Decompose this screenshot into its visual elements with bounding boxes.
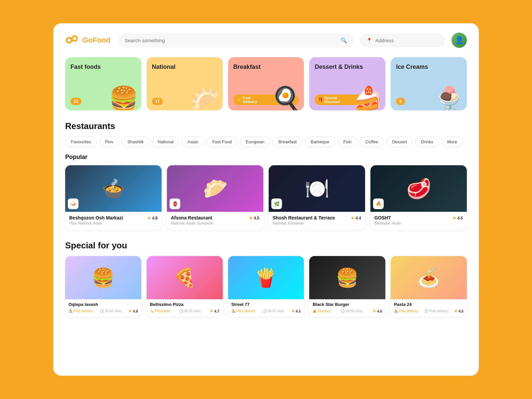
logo-icon	[65, 35, 79, 46]
special-rating: ★ 4.6	[373, 309, 382, 313]
restaurant-image: 🍲 🍛	[65, 165, 162, 212]
logo: GoFood	[65, 35, 112, 46]
special-card[interactable]: 🍕 Bellissimo Pizza 🏷️ Promotion 🕐 45-55 …	[147, 256, 223, 317]
svg-point-2	[67, 39, 71, 42]
special-card-image: 🍕	[147, 256, 223, 299]
special-card-meta: 💰 Discount 🕐 40-50 mins ★ 4.6	[313, 309, 382, 313]
category-title: National	[152, 63, 217, 71]
special-grid: 🍔 Oqtepa lavash 🚴 Free delivery 🕐 35-45 …	[65, 256, 467, 317]
category-card-icecreams[interactable]: Ice Creams 6 🍨	[391, 57, 467, 110]
delivery-tag: 🚴 Free delivery	[68, 309, 93, 313]
chip-national[interactable]: National	[152, 137, 179, 147]
chip-asian[interactable]: Asian	[182, 137, 204, 147]
special-card-meta: 🚴 Free delivery 🕐 Free delivery ★ 4.5	[394, 309, 464, 313]
time-info: 🕐 40-45 mins	[263, 309, 284, 313]
time-info: 🕐 40-50 mins	[341, 309, 362, 313]
restaurant-name: Afsona Restaurant	[171, 215, 212, 220]
chip-more[interactable]: More	[442, 137, 463, 147]
special-rating: ★ 4.8	[128, 309, 138, 313]
special-card-info: Street 77 🚴 Free delivery 🕐 40-45 mins ★…	[228, 299, 304, 317]
filter-chips: FavouritesPlovShashlikNationalAsianFast …	[65, 137, 467, 147]
special-card-info: Pasta 24 🚴 Free delivery 🕐 Free delivery…	[391, 299, 467, 317]
special-card-meta: 🏷️ Promotion 🕐 45-55 mins ★ 4.7	[150, 309, 219, 313]
special-card-info: Oqtepa lavash 🚴 Free delivery 🕐 35-45 mi…	[65, 299, 141, 317]
special-card-meta: 🚴 Free delivery 🕐 35-45 mins ★ 4.8	[68, 309, 138, 313]
restaurant-image: 🥩 🔥	[370, 165, 467, 212]
chip-plov[interactable]: Plov	[99, 137, 119, 147]
chip-shashlik[interactable]: Shashlik	[122, 137, 149, 147]
restaurants-section: Restaurants FavouritesPlovShashlikNation…	[65, 121, 467, 317]
special-card-image: 🍝	[391, 256, 467, 299]
restaurant-tags: Barbeque, Asian	[374, 221, 463, 225]
category-title: Breakfast	[233, 63, 299, 71]
category-card-breakfast[interactable]: Breakfast ⚡ FastDelivery 🍳	[228, 57, 304, 110]
category-badge: 12	[70, 98, 81, 105]
chip-european[interactable]: European	[240, 137, 270, 147]
restaurant-name: GOSHT	[374, 215, 391, 220]
special-card[interactable]: 🍔 Oqtepa lavash 🚴 Free delivery 🕐 35-45 …	[65, 256, 141, 317]
chip-fish[interactable]: Fish	[338, 137, 357, 147]
delivery-tag: 🚴 Free delivery	[231, 309, 256, 313]
restaurant-logo: 🍛	[68, 199, 78, 209]
special-card[interactable]: 🍝 Pasta 24 🚴 Free delivery 🕐 Free delive…	[391, 256, 467, 317]
restaurant-logo: 🔥	[373, 199, 384, 209]
chip-drinks[interactable]: Drinks	[415, 137, 439, 147]
restaurant-logo: 🌿	[271, 199, 282, 209]
restaurants-title: Restaurants	[65, 121, 467, 131]
chip-barbeque[interactable]: Barbeque	[305, 137, 335, 147]
restaurant-rating: ★ 4.4	[351, 216, 361, 220]
restaurant-info: Shosh Restaurant & Terrace ★ 4.4 Nationa…	[269, 212, 365, 230]
special-card-meta: 🚴 Free delivery 🕐 40-45 mins ★ 4.5	[231, 309, 301, 313]
chip-fastfood[interactable]: Fast Food	[206, 137, 237, 147]
category-badge: 6	[396, 98, 405, 105]
special-card-info: Bellissimo Pizza 🏷️ Promotion 🕐 45-55 mi…	[147, 299, 223, 317]
special-rating: ★ 4.5	[454, 309, 464, 313]
special-card[interactable]: 🍔 Black Star Burger 💰 Discount 🕐 40-50 m…	[309, 256, 385, 317]
category-food-image: 🍰	[353, 85, 383, 110]
delivery-tag: 💰 Discount	[313, 309, 331, 313]
restaurant-card[interactable]: 🥟 🏮 Afsona Restaurant ★ 4.5 National, As…	[167, 165, 263, 230]
category-card-dessert[interactable]: Dessert & Drinks 🎁 SpecialDiscount 🍰	[309, 57, 385, 110]
restaurant-rating: ★ 4.5	[249, 216, 259, 220]
chip-favourites[interactable]: Favourites	[65, 137, 97, 147]
restaurant-tags: National, Asian, European	[171, 221, 259, 225]
restaurant-tags: Plov, National, Asian	[69, 221, 158, 225]
restaurant-card[interactable]: 🥩 🔥 GOSHT ★ 4.5 Barbeque, Asian	[370, 165, 467, 230]
chip-dessert[interactable]: Dessert	[386, 137, 413, 147]
category-title: Dessert & Drinks	[315, 63, 380, 71]
avatar[interactable]: 👤	[452, 33, 467, 48]
special-card[interactable]: 🍟 Street 77 🚴 Free delivery 🕐 40-45 mins…	[228, 256, 304, 317]
search-input[interactable]	[125, 38, 337, 43]
time-info: 🕐 35-45 mins	[100, 309, 121, 313]
category-title: Ice Creams	[396, 63, 462, 71]
chip-breakfast[interactable]: Breakfast	[273, 137, 302, 147]
chip-coffee[interactable]: Coffee	[360, 137, 384, 147]
delivery-tag: 🏷️ Promotion	[150, 309, 170, 313]
special-card-info: Black Star Burger 💰 Discount 🕐 40-50 min…	[309, 299, 385, 317]
restaurant-name: Beshqozon Osh Markazi	[69, 215, 123, 220]
restaurant-tags: National, European	[273, 221, 361, 225]
restaurant-card[interactable]: 🍽️ 🌿 Shosh Restaurant & Terrace ★ 4.4 Na…	[269, 165, 365, 230]
restaurant-name: Shosh Restaurant & Terrace	[273, 215, 335, 220]
category-food-image: 🍳	[271, 85, 301, 110]
category-food-image: 🍨	[434, 85, 464, 110]
app-container: GoFood 🔍 📍 👤 Fast foods 12 🍔 National 17…	[53, 23, 479, 376]
popular-title: Popular	[65, 154, 467, 161]
category-badge: 17	[152, 98, 163, 105]
delivery-tag: 🚴 Free delivery	[394, 309, 418, 313]
time-info: 🕐 Free delivery	[424, 309, 448, 313]
header: GoFood 🔍 📍 👤	[65, 33, 467, 48]
restaurant-info: Beshqozon Osh Markazi ★ 4.8 Plov, Nation…	[65, 212, 162, 230]
address-bar[interactable]: 📍	[360, 34, 445, 47]
search-bar[interactable]: 🔍	[118, 34, 353, 47]
restaurant-logo: 🏮	[170, 199, 180, 209]
restaurant-card[interactable]: 🍲 🍛 Beshqozon Osh Markazi ★ 4.8 Plov, Na…	[65, 165, 162, 230]
category-card-national[interactable]: National 17 🥟	[147, 57, 223, 110]
special-card-image: 🍔	[65, 256, 141, 299]
category-section: Fast foods 12 🍔 National 17 🥟 Breakfast …	[65, 57, 467, 110]
category-card-fast-foods[interactable]: Fast foods 12 🍔	[65, 57, 141, 110]
address-input[interactable]	[375, 38, 439, 43]
category-food-image: 🥟	[190, 85, 220, 110]
special-rating: ★ 4.5	[291, 309, 301, 313]
category-food-image: 🍔	[109, 85, 139, 110]
